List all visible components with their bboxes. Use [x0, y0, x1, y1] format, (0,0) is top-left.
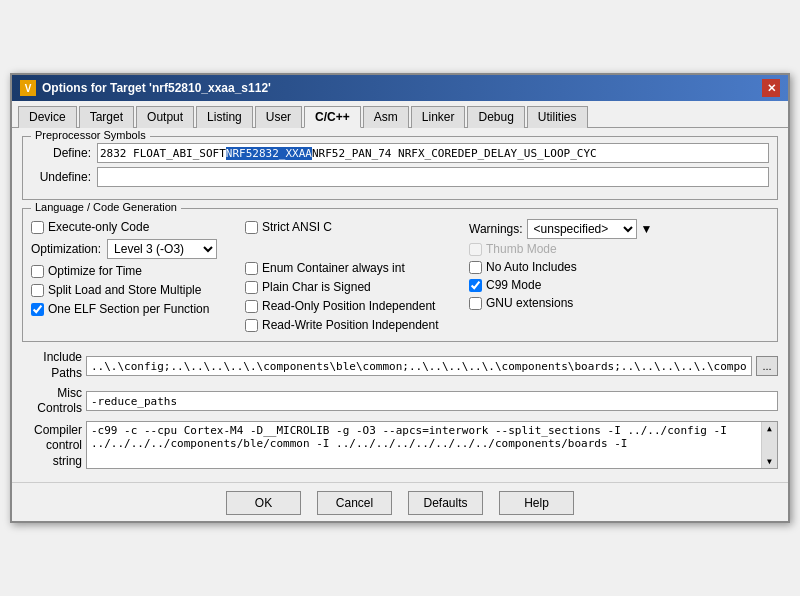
strict-ansi-label: Strict ANSI C: [262, 220, 332, 234]
tab-debug[interactable]: Debug: [467, 106, 524, 128]
compiler-string-field[interactable]: -c99 -c --cpu Cortex-M4 -D__MICROLIB -g …: [86, 421, 778, 469]
compiler-string-line2: ../../../../components/ble/common -I ../…: [91, 437, 773, 450]
plain-char-checkbox[interactable]: [245, 281, 258, 294]
include-paths-row: Include Paths ...: [22, 350, 778, 381]
include-paths-input[interactable]: [86, 356, 752, 376]
language-group: Language / Code Generation Execute-only …: [22, 208, 778, 342]
one-elf-checkbox[interactable]: [31, 303, 44, 316]
undefine-row: Undefine:: [31, 167, 769, 187]
warnings-select[interactable]: <unspecified>: [527, 219, 637, 239]
gnu-extensions-label: GNU extensions: [486, 296, 573, 310]
misc-controls-input[interactable]: [86, 391, 778, 411]
one-elf-label: One ELF Section per Function: [48, 302, 209, 316]
help-button[interactable]: Help: [499, 491, 574, 515]
define-label: Define:: [31, 146, 91, 160]
define-text-after: NRF52_PAN_74 NRFX_COREDEP_DELAY_US_LOOP_…: [312, 147, 597, 160]
execute-only-checkbox[interactable]: [31, 221, 44, 234]
app-icon: V: [20, 80, 36, 96]
split-load-checkbox[interactable]: [31, 284, 44, 297]
scroll-bar: ▲ ▼: [761, 422, 777, 468]
execute-only-label: Execute-only Code: [48, 220, 149, 234]
read-write-label: Read-Write Position Independent: [262, 318, 439, 332]
title-bar: V Options for Target 'nrf52810_xxaa_s112…: [12, 75, 788, 101]
tab-listing[interactable]: Listing: [196, 106, 253, 128]
language-group-label: Language / Code Generation: [31, 201, 181, 213]
gnu-extensions-row: GNU extensions: [469, 295, 769, 311]
c99-mode-checkbox[interactable]: [469, 279, 482, 292]
tab-linker[interactable]: Linker: [411, 106, 466, 128]
read-write-checkbox[interactable]: [245, 319, 258, 332]
tab-target[interactable]: Target: [79, 106, 134, 128]
read-write-row: Read-Write Position Independent: [245, 317, 465, 333]
thumb-mode-label: Thumb Mode: [486, 242, 557, 256]
defaults-button[interactable]: Defaults: [408, 491, 483, 515]
tab-device[interactable]: Device: [18, 106, 77, 128]
include-paths-browse[interactable]: ...: [756, 356, 778, 376]
compiler-string-row: Compiler control string -c99 -c --cpu Co…: [22, 421, 778, 470]
window-title: Options for Target 'nrf52810_xxaa_s112': [42, 81, 271, 95]
misc-controls-label: Misc Controls: [22, 386, 82, 417]
plain-char-label: Plain Char is Signed: [262, 280, 371, 294]
execute-only-row: Execute-only Code: [31, 219, 241, 235]
tab-output[interactable]: Output: [136, 106, 194, 128]
thumb-mode-checkbox[interactable]: [469, 243, 482, 256]
c99-mode-row: C99 Mode: [469, 277, 769, 293]
content-area: Preprocessor Symbols Define: 2832 FLOAT_…: [12, 128, 788, 481]
optimize-time-label: Optimize for Time: [48, 264, 142, 278]
optimize-time-row: Optimize for Time: [31, 263, 241, 279]
define-text-selected: NRF52832_XXAA: [226, 147, 312, 160]
split-load-label: Split Load and Store Multiple: [48, 283, 201, 297]
gnu-extensions-checkbox[interactable]: [469, 297, 482, 310]
preprocessor-group: Preprocessor Symbols Define: 2832 FLOAT_…: [22, 136, 778, 200]
optimization-row: Optimization: Level 3 (-O3): [31, 238, 241, 260]
undefine-input[interactable]: [97, 167, 769, 187]
strict-ansi-checkbox[interactable]: [245, 221, 258, 234]
strict-ansi-row: Strict ANSI C: [245, 219, 465, 235]
warnings-label: Warnings:: [469, 222, 523, 236]
optimization-select[interactable]: Level 3 (-O3): [107, 239, 217, 259]
main-window: V Options for Target 'nrf52810_xxaa_s112…: [10, 73, 790, 522]
compiler-string-line1: -c99 -c --cpu Cortex-M4 -D__MICROLIB -g …: [91, 424, 773, 437]
c99-mode-label: C99 Mode: [486, 278, 541, 292]
misc-controls-row: Misc Controls: [22, 386, 778, 417]
button-row: OK Cancel Defaults Help: [12, 482, 788, 521]
tab-user[interactable]: User: [255, 106, 302, 128]
one-elf-row: One ELF Section per Function: [31, 301, 241, 317]
read-only-row: Read-Only Position Independent: [245, 298, 465, 314]
thumb-mode-row: Thumb Mode: [469, 241, 769, 257]
plain-char-row: Plain Char is Signed: [245, 279, 465, 295]
read-only-label: Read-Only Position Independent: [262, 299, 435, 313]
read-only-checkbox[interactable]: [245, 300, 258, 313]
no-auto-includes-checkbox[interactable]: [469, 261, 482, 274]
scroll-up-arrow[interactable]: ▲: [767, 424, 772, 433]
enum-container-row: Enum Container always int: [245, 260, 465, 276]
ok-button[interactable]: OK: [226, 491, 301, 515]
close-button[interactable]: ✕: [762, 79, 780, 97]
tab-asm[interactable]: Asm: [363, 106, 409, 128]
undefine-label: Undefine:: [31, 170, 91, 184]
scroll-down-arrow[interactable]: ▼: [767, 457, 772, 466]
include-paths-label: Include Paths: [22, 350, 82, 381]
warnings-row: Warnings: <unspecified> ▼: [469, 219, 769, 239]
tab-cpp[interactable]: C/C++: [304, 106, 361, 128]
enum-container-label: Enum Container always int: [262, 261, 405, 275]
define-row: Define: 2832 FLOAT_ABI_SOFT NRF52832_XXA…: [31, 143, 769, 163]
tabs-bar: Device Target Output Listing User C/C++ …: [12, 101, 788, 128]
no-auto-includes-label: No Auto Includes: [486, 260, 577, 274]
enum-container-checkbox[interactable]: [245, 262, 258, 275]
optimize-time-checkbox[interactable]: [31, 265, 44, 278]
optimization-label: Optimization:: [31, 242, 101, 256]
define-input[interactable]: 2832 FLOAT_ABI_SOFT NRF52832_XXAA NRF52_…: [97, 143, 769, 163]
cancel-button[interactable]: Cancel: [317, 491, 392, 515]
compiler-string-label: Compiler control string: [22, 421, 82, 470]
split-load-row: Split Load and Store Multiple: [31, 282, 241, 298]
define-text-before: 2832 FLOAT_ABI_SOFT: [100, 147, 226, 160]
no-auto-includes-row: No Auto Includes: [469, 259, 769, 275]
tab-utilities[interactable]: Utilities: [527, 106, 588, 128]
preprocessor-group-label: Preprocessor Symbols: [31, 129, 150, 141]
